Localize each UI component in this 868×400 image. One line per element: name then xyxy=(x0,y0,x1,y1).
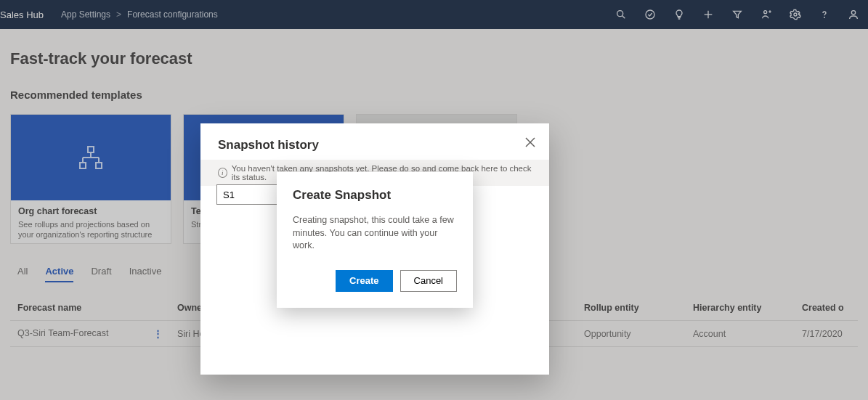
confirm-title: Create Snapshot xyxy=(293,188,457,203)
cancel-button[interactable]: Cancel xyxy=(400,270,457,292)
confirm-message: Creating snapshot, this could take a few… xyxy=(293,214,457,253)
create-snapshot-dialog: Create Snapshot Creating snapshot, this … xyxy=(277,172,473,308)
create-button[interactable]: Create xyxy=(336,270,392,292)
info-icon: i xyxy=(218,168,227,178)
dialog-title: Snapshot history xyxy=(200,123,549,160)
close-icon[interactable] xyxy=(524,136,536,148)
